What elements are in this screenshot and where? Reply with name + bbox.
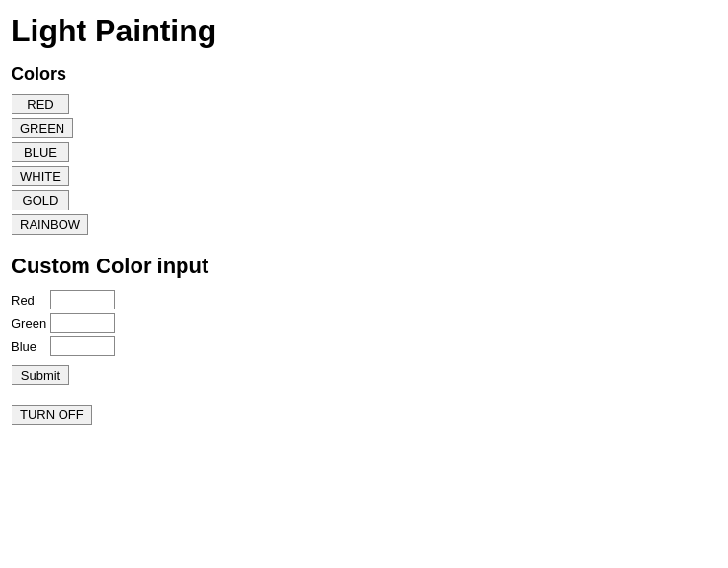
blue-input-row: Blue [12,336,716,356]
colors-heading: Colors [12,64,716,85]
gold-button[interactable]: GOLD [12,190,69,210]
green-input[interactable] [50,313,115,333]
blue-label: Blue [12,339,50,354]
color-buttons-container: RED GREEN BLUE WHITE GOLD RAINBOW [12,94,716,235]
rainbow-button[interactable]: RAINBOW [12,214,88,235]
white-button[interactable]: WHITE [12,166,69,186]
red-input[interactable] [50,290,115,309]
blue-input[interactable] [50,336,115,356]
green-label: Green [12,316,50,331]
green-input-row: Green [12,313,716,333]
turn-off-button[interactable]: TURN OFF [12,405,92,425]
red-label: Red [12,293,50,308]
red-input-row: Red [12,290,716,309]
green-button[interactable]: GREEN [12,118,73,138]
red-button[interactable]: RED [12,94,69,114]
submit-button[interactable]: Submit [12,365,69,385]
custom-color-heading: Custom Color input [12,254,716,279]
custom-color-section: Custom Color input Red Green Blue Submit [12,254,716,385]
blue-button[interactable]: BLUE [12,142,69,162]
page-title: Light Painting [12,13,716,49]
